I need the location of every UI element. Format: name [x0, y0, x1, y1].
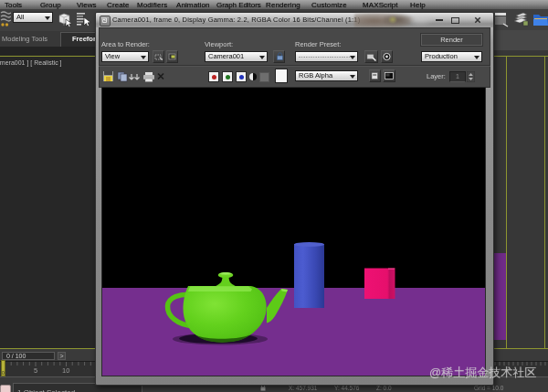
- svg-text:10: 10: [62, 366, 69, 375]
- svg-text:5: 5: [34, 366, 37, 375]
